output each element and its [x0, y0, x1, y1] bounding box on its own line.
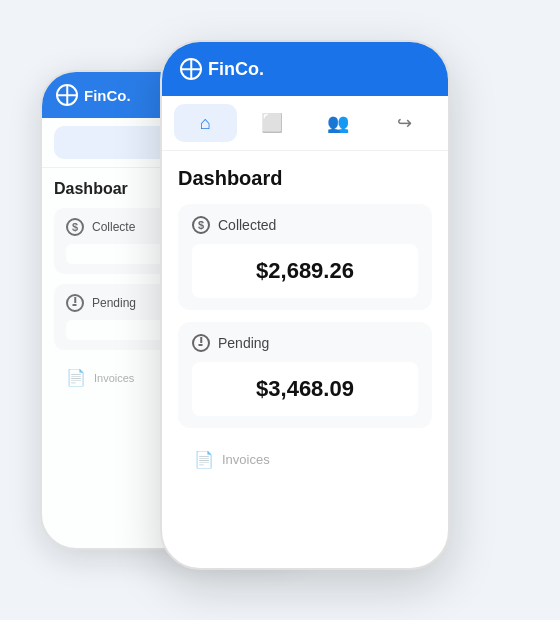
front-invoices-label: Invoices [222, 452, 270, 467]
front-phone-header: FinCo. [162, 42, 448, 96]
back-app-name: FinCo. [84, 87, 131, 104]
front-collected-card: $ Collected $2,689.26 [178, 204, 432, 310]
front-nav-documents[interactable]: ⬜ [241, 104, 304, 142]
front-pending-value-box: $3,468.09 [192, 362, 418, 416]
front-app-name: FinCo. [208, 59, 264, 80]
front-collected-label: Collected [218, 217, 276, 233]
front-dashboard-title: Dashboard [178, 167, 432, 190]
front-logout-icon: ↪ [397, 112, 412, 134]
front-pending-value: $3,468.09 [256, 376, 354, 401]
front-pending-card: Pending $3,468.09 [178, 322, 432, 428]
front-collected-value-box: $2,689.26 [192, 244, 418, 298]
back-logo: FinCo. [56, 84, 131, 106]
front-home-icon: ⌂ [200, 113, 211, 134]
front-collected-label-row: $ Collected [192, 216, 418, 234]
front-nav-users[interactable]: 👥 [307, 104, 370, 142]
phones-container: FinCo. ⌂ Dashboar $ Collecte [120, 40, 440, 580]
front-clock-icon [192, 334, 210, 352]
front-users-icon: 👥 [327, 112, 349, 134]
front-pending-label-row: Pending [192, 334, 418, 352]
front-invoice-icon: 📄 [194, 450, 214, 469]
front-nav-logout[interactable]: ↪ [374, 104, 437, 142]
back-pending-label: Pending [92, 296, 136, 310]
front-invoices-row: 📄 Invoices [178, 440, 432, 479]
front-logo: FinCo. [180, 58, 264, 80]
front-documents-icon: ⬜ [261, 112, 283, 134]
front-nav: ⌂ ⬜ 👥 ↪ [162, 96, 448, 151]
back-invoices-label: Invoices [94, 372, 134, 384]
front-dollar-icon: $ [192, 216, 210, 234]
back-dollar-icon: $ [66, 218, 84, 236]
phone-front: FinCo. ⌂ ⬜ 👥 ↪ Dashboard $ [160, 40, 450, 570]
back-clock-icon [66, 294, 84, 312]
front-nav-home[interactable]: ⌂ [174, 104, 237, 142]
back-invoice-icon: 📄 [66, 368, 86, 387]
front-pending-label: Pending [218, 335, 269, 351]
front-collected-value: $2,689.26 [256, 258, 354, 283]
front-globe-icon [180, 58, 202, 80]
front-content: Dashboard $ Collected $2,689.26 Pending [162, 151, 448, 495]
back-globe-icon [56, 84, 78, 106]
back-collected-label: Collecte [92, 220, 135, 234]
